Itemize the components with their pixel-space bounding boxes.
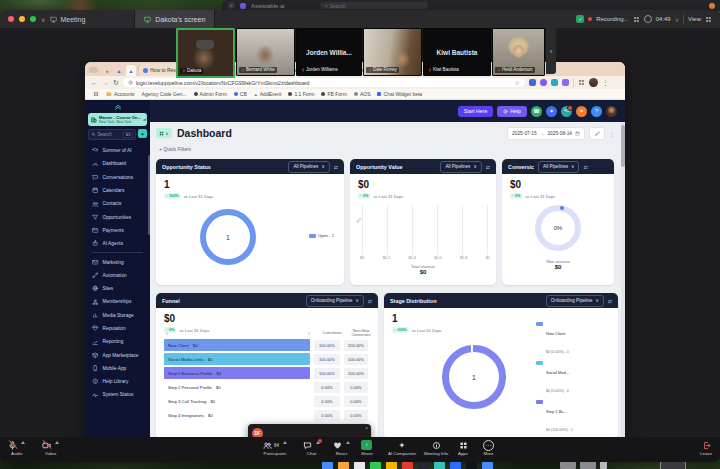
- browser-menu-icon[interactable]: ⋮: [602, 79, 609, 87]
- funnel-row[interactable]: Step 4 Integrations$0 0.00% 0.00%: [164, 409, 368, 421]
- window-minimize-button[interactable]: [19, 16, 25, 22]
- sidebar-item-media-storage[interactable]: Media Storage: [85, 309, 150, 322]
- sidebar-item-help-library[interactable]: Help Library: [85, 375, 150, 388]
- bookmark[interactable]: Chat Widget beta: [377, 91, 422, 97]
- scrollbar-track[interactable]: [621, 122, 625, 437]
- site-info-icon[interactable]: [128, 80, 133, 85]
- date-to[interactable]: 2025-08-14: [547, 131, 572, 136]
- browser-profile-avatar[interactable]: [589, 78, 598, 87]
- pinned-tab[interactable]: ●: [102, 65, 112, 76]
- bookmark[interactable]: Agency Code Gen...: [142, 91, 187, 97]
- dock-app-icon[interactable]: [402, 461, 413, 469]
- sidebar-item-conversations[interactable]: Conversations: [85, 171, 150, 184]
- leave-button[interactable]: Leave: [700, 440, 712, 456]
- sidebar-item-memberships[interactable]: Memberships: [85, 295, 150, 308]
- dock-app-icon[interactable]: [370, 461, 381, 469]
- participant-tile[interactable]: Kiwi Bautista Kiwi Bautista: [423, 28, 491, 76]
- extension-icon[interactable]: [540, 79, 547, 86]
- bookmark[interactable]: FB Form: [321, 91, 346, 97]
- sidebar-item-ai-agents[interactable]: AI Agents: [85, 237, 150, 250]
- minimized-window[interactable]: [580, 461, 596, 469]
- chat-button[interactable]: Chat: [303, 440, 320, 456]
- legend-item[interactable]: Social Med...$0 (0.00%) - 0: [536, 360, 614, 396]
- bookmark[interactable]: CB: [234, 91, 247, 97]
- more-options-icon[interactable]: ⋮: [609, 130, 615, 137]
- extension-icon[interactable]: [529, 79, 536, 86]
- chat-notification-toast[interactable]: DF From Dale Finney to everyone Same pig…: [248, 424, 371, 437]
- share-button[interactable]: ↑ Share: [361, 440, 373, 456]
- account-switcher[interactable]: Master - Course On... New York, New York…: [88, 113, 147, 126]
- active-pinned-tab[interactable]: ▲: [126, 65, 136, 76]
- funnel-row[interactable]: New Client$0 100.00% 100.00%: [164, 339, 368, 351]
- pinned-tab[interactable]: ▲: [114, 65, 124, 76]
- back-icon[interactable]: ←: [91, 79, 98, 86]
- bookmark[interactable]: AOS: [354, 91, 371, 97]
- tab-dakotas-screen[interactable]: Dakota's screen: [134, 10, 215, 28]
- dashboard-switcher-button[interactable]: ∨: [156, 128, 172, 138]
- sidebar-item-mobile-app[interactable]: Mobile App: [85, 362, 150, 375]
- dock-app-icon[interactable]: [338, 461, 349, 469]
- start-here-button[interactable]: Start Here: [458, 106, 494, 117]
- app-logo-icon[interactable]: [114, 103, 122, 111]
- trash-icon[interactable]: [600, 461, 607, 469]
- ai-companion-button[interactable]: ✦ AI Companion: [388, 440, 416, 456]
- gallery-view-icon[interactable]: [633, 16, 640, 23]
- participant-tile[interactable]: Bernard White: [236, 28, 295, 76]
- collapse-chevron-icon[interactable]: ∨: [41, 16, 45, 23]
- extension-icon[interactable]: [562, 79, 569, 86]
- quick-filters-button[interactable]: + Quick Filters: [159, 146, 191, 152]
- legend-item[interactable]: Open - 1: [309, 233, 334, 238]
- address-bar[interactable]: login.leveluppipeline.com/v2/location/Nx…: [123, 78, 525, 87]
- bookmark[interactable]: ▲AddEvent: [254, 91, 282, 97]
- participant-tile[interactable]: Jorden Willia... Jorden Williams: [296, 28, 362, 76]
- sidebar-item-summer-of-ai[interactable]: Summer of AI: [85, 144, 150, 157]
- browser-window-controls[interactable]: [89, 67, 98, 73]
- participant-tile[interactable]: Dakota: [176, 28, 235, 78]
- funnel-row[interactable]: Step 2 Personal Profile$0 0.00% 0.00%: [164, 381, 368, 393]
- sidebar-item-system-status[interactable]: System Status: [85, 388, 150, 401]
- sidebar-item-contacts[interactable]: Contacts: [85, 197, 150, 210]
- notifications-button[interactable]: ✦: [576, 106, 587, 117]
- sidebar-item-app-marketplace[interactable]: App Marketplace: [85, 348, 150, 361]
- dock-app-icon[interactable]: [354, 461, 365, 469]
- compare-icon[interactable]: ⇄: [583, 164, 587, 170]
- meeting-info-button[interactable]: Meeting Info: [424, 440, 448, 456]
- bookmark-folder[interactable]: Accounts: [106, 91, 135, 97]
- legend-item[interactable]: Step 1 Bu...$0 (100.00%) - 1: [536, 399, 614, 435]
- user-avatar[interactable]: [606, 106, 617, 117]
- toast-close-icon[interactable]: ×: [365, 426, 368, 431]
- dock-app-icon[interactable]: [386, 461, 397, 469]
- sidebar-item-opportunities[interactable]: Opportunities: [85, 210, 150, 223]
- sidebar-item-payments[interactable]: Payments: [85, 224, 150, 237]
- audio-button[interactable]: Audio: [8, 440, 25, 456]
- extensions-puzzle-icon[interactable]: [578, 79, 585, 86]
- sidebar-item-automation[interactable]: Automation: [85, 269, 150, 282]
- window-close-button[interactable]: [8, 16, 14, 22]
- filmstrip-next-button[interactable]: ›: [546, 28, 556, 74]
- assistable-search-input[interactable]: Search: [320, 2, 428, 9]
- participants-button[interactable]: 84 Participants: [263, 440, 287, 456]
- pipeline-select[interactable]: Onboarding Pipeline∨: [306, 295, 364, 307]
- sidebar-ai-button[interactable]: ✦: [138, 129, 147, 138]
- apps-grid-icon[interactable]: [93, 91, 99, 97]
- support-button[interactable]: ?: [591, 106, 602, 117]
- compare-icon[interactable]: ⇄: [334, 164, 338, 170]
- bookmark[interactable]: Admin Form: [194, 91, 227, 97]
- apps-button[interactable]: Apps: [458, 440, 468, 456]
- sidebar-item-marketing[interactable]: Marketing: [85, 255, 150, 268]
- date-from[interactable]: 2025-07-15: [512, 131, 537, 136]
- dock-app-icon[interactable]: [418, 461, 429, 469]
- academy-button[interactable]: [561, 106, 572, 117]
- security-shield-icon[interactable]: ✓: [576, 15, 584, 23]
- bookmark[interactable]: 1:1 Form: [288, 91, 314, 97]
- help-button[interactable]: Help: [497, 106, 527, 117]
- compare-icon[interactable]: ⇄: [608, 298, 612, 304]
- participants-caret[interactable]: [283, 441, 287, 444]
- edit-dashboard-button[interactable]: [589, 127, 605, 140]
- pipeline-select[interactable]: Onboarding Pipeline∨: [546, 295, 604, 307]
- window-zoom-button[interactable]: [30, 16, 36, 22]
- dock-app-icon[interactable]: [322, 461, 333, 469]
- funnel-row[interactable]: Step 1 Business Profile$0 100.00% 100.00…: [164, 367, 368, 379]
- participant-tile[interactable]: Dale Finney: [363, 28, 422, 76]
- date-range-picker[interactable]: 2025-07-15 → 2025-08-14: [507, 127, 585, 140]
